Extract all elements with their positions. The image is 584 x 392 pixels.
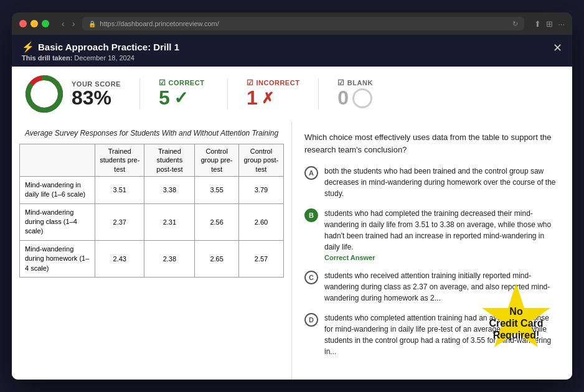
correct-section: ☑ CORRECT 5 ✓	[159, 78, 209, 109]
option-a-letter: A	[304, 166, 318, 180]
row1-label: Mind-wandering in daily life (1–6 scale)	[20, 176, 95, 203]
row2-val1: 2.37	[95, 203, 144, 240]
starburst-line3: Required!	[493, 330, 540, 341]
starburst-text: No Credit Card Required!	[482, 306, 550, 342]
row1-val3: 3.55	[195, 176, 239, 203]
row1-val4: 3.79	[238, 176, 283, 203]
option-b-letter: B	[304, 208, 318, 222]
row2-val4: 2.60	[238, 203, 283, 240]
incorrect-count: 1	[247, 87, 258, 109]
correct-label-text: CORRECT	[168, 79, 204, 86]
menu-icon[interactable]: ···	[558, 19, 565, 29]
table-header-control-pre: Control group pre-test	[195, 144, 239, 177]
row3-val3: 2.65	[195, 240, 239, 277]
row3-val1: 2.43	[95, 240, 144, 277]
option-c-letter: C	[304, 271, 318, 284]
table-header-row: Trained students pre-test Trained studen…	[20, 144, 284, 177]
check-mark-icon: ✓	[174, 89, 188, 108]
drill-taken: This drill taken: December 18, 2024	[22, 54, 179, 62]
data-table: Trained students pre-test Trained studen…	[19, 144, 284, 278]
blank-checkbox-icon: ☑	[337, 78, 345, 87]
browser-controls: ‹ ›	[59, 17, 77, 30]
option-b-content: students who had completed the training …	[324, 208, 560, 261]
row2-label: Mind-wandering during class (1–4 scale)	[20, 203, 95, 240]
donut-svg	[24, 74, 64, 114]
left-panel: Average Survey Responses for Students Wi…	[12, 121, 292, 380]
browser-window: ‹ › 🔒 https://dashboard.princetonreview.…	[12, 12, 572, 380]
blank-section: ☑ BLANK 0	[337, 78, 387, 109]
close-button[interactable]: ✕	[553, 41, 562, 55]
donut-chart	[24, 74, 64, 114]
row1-val2: 3.38	[144, 176, 195, 203]
table-row: Mind-wandering during class (1–4 scale) …	[20, 203, 284, 240]
maximize-traffic-light[interactable]	[42, 20, 49, 27]
browser-actions: ⬆ ⊞ ···	[534, 19, 565, 29]
app-title: ⚡ Basic Approach Practice: Drill 1	[22, 41, 179, 53]
score-text-area: YOUR SCORE 83%	[72, 80, 121, 108]
divider-incorrect-blank	[318, 78, 319, 110]
address-bar[interactable]: 🔒 https://dashboard.princetonreview.com/…	[82, 17, 524, 30]
option-a-text: both the students who had been trained a…	[324, 166, 560, 199]
blank-label: ☑ BLANK	[337, 78, 373, 87]
back-button[interactable]: ‹	[59, 17, 67, 30]
table-header-control-post: Control group post-test	[238, 144, 283, 177]
blank-label-text: BLANK	[347, 79, 373, 86]
divider-correct-incorrect	[227, 78, 228, 110]
drill-taken-date: December 18, 2024	[74, 54, 134, 62]
score-bar: YOUR SCORE 83% ☑ CORRECT 5 ✓	[12, 67, 572, 121]
forward-button[interactable]: ›	[70, 17, 78, 30]
app-title-area: ⚡ Basic Approach Practice: Drill 1 This …	[22, 41, 179, 62]
correct-checkbox-icon: ☑	[159, 78, 166, 87]
content-area: ⚡ Basic Approach Practice: Drill 1 This …	[12, 35, 572, 380]
incorrect-label: ☑ INCORRECT	[247, 78, 299, 87]
blank-count: 0	[337, 87, 349, 109]
table-row: Mind-wandering during homework (1–4 scal…	[20, 240, 284, 277]
option-a[interactable]: A both the students who had been trained…	[304, 166, 560, 199]
starburst-line2: Credit Card	[489, 318, 543, 329]
option-d-letter: D	[304, 313, 318, 327]
row2-val3: 2.56	[195, 203, 239, 240]
starburst-line1: No	[509, 306, 522, 317]
table-title: Average Survey Responses for Students Wi…	[19, 129, 284, 138]
row3-val4: 2.57	[238, 240, 283, 277]
incorrect-value: 1 ✗	[247, 87, 274, 109]
browser-titlebar: ‹ › 🔒 https://dashboard.princetonreview.…	[12, 12, 572, 35]
new-tab-icon[interactable]: ⊞	[546, 19, 553, 29]
reload-icon[interactable]: ↻	[512, 20, 518, 28]
lightning-icon: ⚡	[22, 41, 34, 53]
row3-val2: 2.38	[144, 240, 195, 277]
score-percent: 83%	[72, 88, 111, 108]
url-text: https://dashboard.princetonreview.com/	[100, 20, 219, 27]
starburst-watermark: No Credit Card Required!	[473, 280, 560, 367]
traffic-lights	[19, 20, 49, 27]
row2-val2: 2.31	[144, 203, 195, 240]
score-section: YOUR SCORE 83%	[24, 74, 121, 114]
option-a-content: both the students who had been trained a…	[324, 166, 560, 199]
share-icon[interactable]: ⬆	[534, 19, 541, 29]
question-text: Which choice most effectively uses data …	[304, 131, 560, 156]
app-header: ⚡ Basic Approach Practice: Drill 1 This …	[12, 35, 572, 67]
table-header-trained-pre: Trained students pre-test	[95, 144, 144, 177]
blank-value: 0	[337, 87, 372, 109]
correct-value: 5 ✓	[159, 87, 188, 109]
row3-label: Mind-wandering during homework (1–4 scal…	[20, 240, 95, 277]
blank-circle-icon	[352, 88, 372, 108]
minimize-traffic-light[interactable]	[31, 20, 38, 27]
drill-taken-label: This drill taken:	[22, 54, 72, 62]
app-title-text: Basic Approach Practice: Drill 1	[38, 42, 179, 52]
right-panel: Which choice most effectively uses data …	[292, 121, 572, 380]
option-b-text: students who had completed the training …	[324, 208, 560, 253]
row1-val1: 3.51	[95, 176, 144, 203]
incorrect-checkbox-icon: ☑	[247, 78, 254, 87]
incorrect-section: ☑ INCORRECT 1 ✗	[247, 78, 299, 109]
divider-score-correct	[139, 78, 140, 110]
correct-label: ☑ CORRECT	[159, 78, 204, 87]
correct-count: 5	[159, 87, 170, 109]
table-header-empty	[20, 144, 95, 177]
incorrect-label-text: INCORRECT	[256, 79, 299, 86]
option-b[interactable]: B students who had completed the trainin…	[304, 208, 560, 261]
x-mark-icon: ✗	[261, 90, 274, 106]
app-window: ⚡ Basic Approach Practice: Drill 1 This …	[12, 35, 572, 380]
close-traffic-light[interactable]	[19, 20, 27, 27]
table-header-trained-post: Trained students post-test	[144, 144, 195, 177]
